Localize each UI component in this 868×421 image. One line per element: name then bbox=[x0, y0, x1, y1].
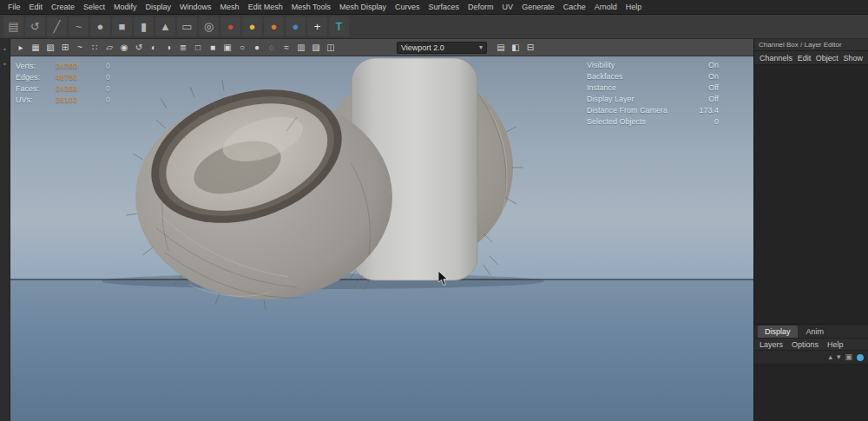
hud-label: Distance From Camera bbox=[587, 106, 667, 115]
hud-row: Instance Off bbox=[587, 82, 719, 93]
undo-history-icon[interactable]: ↺ bbox=[25, 16, 45, 36]
tool-box-toggle-icon[interactable]: ▪ bbox=[3, 61, 5, 67]
orange-shader-ball-icon[interactable]: ● bbox=[264, 16, 284, 36]
pencil-curve-icon[interactable]: ╱ bbox=[47, 16, 67, 36]
tab-anim[interactable]: Anim bbox=[799, 326, 832, 338]
isolate-select-icon[interactable]: ◫ bbox=[324, 41, 338, 55]
hud-value: Off bbox=[708, 83, 719, 92]
new-empty-layer-icon[interactable]: ▣ bbox=[845, 353, 852, 361]
icon-glyph: ∷ bbox=[92, 43, 97, 52]
type-tool-icon[interactable]: T bbox=[329, 16, 349, 36]
shelf-tabs-icon[interactable]: ▤ bbox=[3, 16, 23, 36]
menu-item[interactable]: Create bbox=[47, 3, 79, 11]
outliner-toggle-icon[interactable]: ▪ bbox=[3, 46, 5, 52]
bookmark-view-icon[interactable]: ◧ bbox=[509, 41, 523, 55]
hud-row: Verts: 24390 0 bbox=[16, 60, 110, 71]
hud-selected: 0 bbox=[106, 84, 110, 93]
menu-item[interactable]: Mesh Tools bbox=[287, 3, 335, 11]
snap-to-curve-icon[interactable]: ~ bbox=[73, 41, 87, 55]
sphere-primitive-icon[interactable]: ● bbox=[90, 16, 110, 36]
main-area: ▪▪ ▸ ▦ ▧ ⊞ ~ ∷ bbox=[0, 39, 868, 421]
move-layer-down-icon[interactable]: ▾ bbox=[837, 353, 841, 361]
layer-editor-menu-item[interactable]: Options bbox=[792, 340, 819, 349]
render-settings-icon[interactable]: ≣ bbox=[176, 41, 190, 55]
menu-item[interactable]: Surfaces bbox=[424, 3, 464, 11]
menu-item[interactable]: Select bbox=[79, 3, 109, 11]
torus-primitive-icon[interactable]: ◎ bbox=[199, 16, 219, 36]
hud-value: 173.4 bbox=[699, 106, 719, 115]
grid-toggle-icon[interactable]: ⊟ bbox=[523, 41, 537, 55]
menu-item[interactable]: Help bbox=[621, 3, 647, 11]
multisample-icon[interactable]: ▥ bbox=[294, 41, 308, 55]
construction-history-icon[interactable]: ↺ bbox=[132, 41, 146, 55]
layer-color-indicator[interactable] bbox=[857, 354, 864, 361]
channel-box-panel: Channel Box / Layer Editor ChannelsEditO… bbox=[753, 39, 868, 421]
icon-glyph: ▱ bbox=[106, 43, 113, 52]
menu-item[interactable]: Modify bbox=[109, 3, 141, 11]
snap-to-grid-icon[interactable]: ⊞ bbox=[58, 41, 72, 55]
icon-glyph: ◉ bbox=[121, 43, 128, 52]
renderer-dropdown-value: Viewport 2.0 bbox=[401, 43, 444, 52]
channel-box-menu-item[interactable]: Channels bbox=[760, 54, 792, 62]
tab-display[interactable]: Display bbox=[758, 326, 798, 338]
menu-item[interactable]: Mesh Display bbox=[335, 3, 391, 11]
menu-item[interactable]: Curves bbox=[391, 3, 424, 11]
ipr-render-icon[interactable]: ◑ bbox=[161, 41, 175, 55]
wireframe-display-icon[interactable]: □ bbox=[191, 41, 205, 55]
menu-item[interactable]: Generate bbox=[517, 3, 559, 11]
icon-glyph: ▮ bbox=[141, 21, 147, 32]
channel-box-menu-item[interactable]: Show bbox=[843, 54, 863, 62]
hud-row: Edges: 48756 0 bbox=[16, 71, 110, 82]
hud-row: UVs: 26102 0 bbox=[16, 94, 110, 105]
select-by-object-icon[interactable]: ▦ bbox=[29, 41, 43, 55]
icon-glyph: ↺ bbox=[30, 21, 40, 32]
icon-glyph: ▣ bbox=[223, 43, 231, 52]
open-render-view-icon[interactable]: ◐ bbox=[147, 41, 161, 55]
channel-box-menu-item[interactable]: Object bbox=[816, 54, 838, 62]
textured-display-icon[interactable]: ▣ bbox=[220, 41, 234, 55]
ep-curve-icon[interactable]: ~ bbox=[69, 16, 89, 36]
yellow-shader-ball-icon[interactable]: ● bbox=[242, 16, 262, 36]
viewport-column: ▸ ▦ ▧ ⊞ ~ ∷ ▱ ◉ bbox=[10, 39, 753, 421]
menu-item[interactable]: Display bbox=[141, 3, 176, 11]
cone-primitive-icon[interactable]: ▲ bbox=[155, 16, 175, 36]
motion-blur-icon[interactable]: ≈ bbox=[279, 41, 293, 55]
screen-space-ao-icon[interactable]: ◌ bbox=[265, 41, 279, 55]
shaded-display-icon[interactable]: ■ bbox=[206, 41, 220, 55]
select-by-component-icon[interactable]: ▧ bbox=[43, 41, 57, 55]
make-live-icon[interactable]: ◉ bbox=[117, 41, 131, 55]
channel-box-menu-item[interactable]: Edit bbox=[798, 54, 812, 62]
cube-primitive-icon[interactable]: ■ bbox=[112, 16, 132, 36]
viewport[interactable]: Verts: 24390 0 Edges: 48756 0 Faces: 243… bbox=[10, 56, 753, 421]
layer-editor-menu-item[interactable]: Layers bbox=[760, 340, 783, 349]
hud-total: 26102 bbox=[56, 95, 106, 104]
panel-toolbar-icons-right: ▤ ◧ ⊟ bbox=[494, 41, 537, 55]
cylinder-primitive-icon[interactable]: ▮ bbox=[134, 16, 154, 36]
menu-item[interactable]: Windows bbox=[175, 3, 216, 11]
menu-item[interactable]: Cache bbox=[559, 3, 590, 11]
layer-editor-menu-item[interactable]: Help bbox=[827, 340, 844, 349]
add-item-icon[interactable]: + bbox=[307, 16, 327, 36]
camera-settings-icon[interactable]: ▤ bbox=[494, 41, 508, 55]
xray-display-icon[interactable]: ▨ bbox=[309, 41, 323, 55]
move-layer-up-icon[interactable]: ▴ bbox=[828, 353, 832, 361]
panel-toolbar-icons-left: ▸ ▦ ▧ ⊞ ~ ∷ ▱ ◉ bbox=[14, 41, 338, 55]
renderer-dropdown[interactable]: Viewport 2.0 ▾ bbox=[397, 42, 487, 54]
snap-to-plane-icon[interactable]: ▱ bbox=[102, 41, 116, 55]
shadows-icon[interactable]: ● bbox=[250, 41, 264, 55]
plane-primitive-icon[interactable]: ▭ bbox=[177, 16, 197, 36]
red-shader-ball-icon[interactable]: ● bbox=[220, 16, 240, 36]
chevron-down-icon: ▾ bbox=[479, 43, 483, 51]
hud-label: Selected Objects bbox=[587, 117, 646, 126]
blue-shader-ball-icon[interactable]: ● bbox=[286, 16, 306, 36]
menu-item[interactable]: UV bbox=[498, 3, 518, 11]
snap-to-point-icon[interactable]: ∷ bbox=[88, 41, 102, 55]
select-by-hierarchy-icon[interactable]: ▸ bbox=[14, 41, 28, 55]
menu-item[interactable]: Edit bbox=[25, 3, 48, 11]
menu-item[interactable]: Edit Mesh bbox=[244, 3, 287, 11]
menu-item[interactable]: Deform bbox=[464, 3, 498, 11]
menu-item[interactable]: Arnold bbox=[590, 3, 621, 11]
use-all-lights-icon[interactable]: ○ bbox=[235, 41, 249, 55]
menu-item[interactable]: Mesh bbox=[216, 3, 244, 11]
menu-item[interactable]: File bbox=[3, 3, 25, 11]
